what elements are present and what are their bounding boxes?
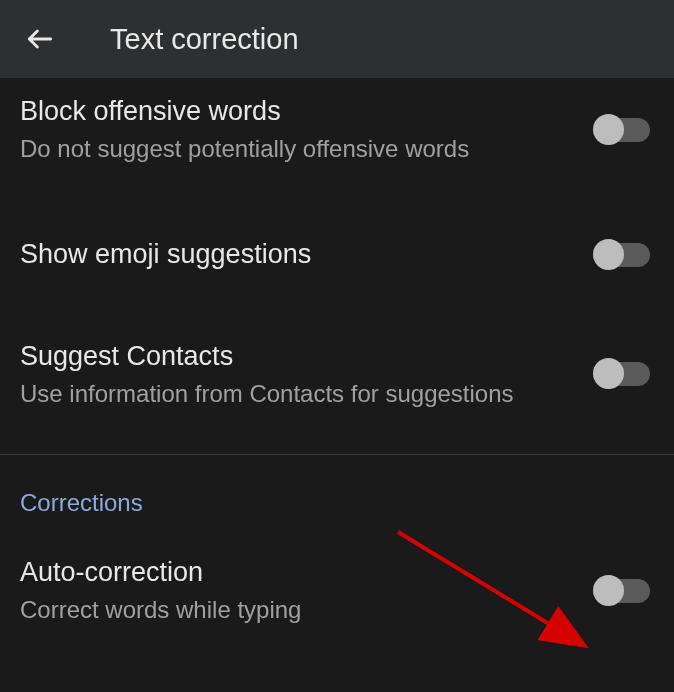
toggle-suggest-contacts[interactable] [595,362,650,386]
back-arrow-icon [24,23,56,55]
setting-subtitle: Use information from Contacts for sugges… [20,378,565,410]
back-button[interactable] [18,17,62,61]
setting-title: Auto-correction [20,555,565,590]
toggle-thumb [593,358,624,389]
setting-subtitle: Correct words while typing [20,594,565,626]
toggle-block-offensive-words[interactable] [595,118,650,142]
setting-text-block: Block offensive words Do not suggest pot… [20,94,595,165]
setting-block-offensive-words[interactable]: Block offensive words Do not suggest pot… [0,78,674,183]
toggle-thumb [593,114,624,145]
toggle-emoji-suggestions[interactable] [595,243,650,267]
toggle-auto-correction[interactable] [595,579,650,603]
setting-text-block: Show emoji suggestions [20,237,595,272]
setting-title: Show emoji suggestions [20,237,565,272]
app-header: Text correction [0,0,674,78]
setting-emoji-suggestions[interactable]: Show emoji suggestions [0,219,674,290]
setting-subtitle: Do not suggest potentially offensive wor… [20,133,565,165]
settings-content: Block offensive words Do not suggest pot… [0,78,674,645]
setting-suggest-contacts[interactable]: Suggest Contacts Use information from Co… [0,321,674,428]
toggle-thumb [593,575,624,606]
setting-auto-correction[interactable]: Auto-correction Correct words while typi… [0,537,674,644]
setting-title: Suggest Contacts [20,339,565,374]
setting-text-block: Suggest Contacts Use information from Co… [20,339,595,410]
setting-text-block: Auto-correction Correct words while typi… [20,555,595,626]
page-title: Text correction [110,23,299,56]
setting-title: Block offensive words [20,94,565,129]
toggle-thumb [593,239,624,270]
section-header-corrections: Corrections [0,455,674,537]
